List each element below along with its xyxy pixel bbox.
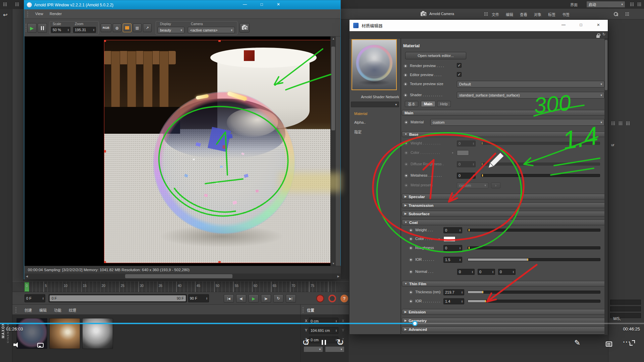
- keyframe-dot[interactable]: [404, 82, 407, 86]
- spinner-icon[interactable]: [472, 270, 473, 273]
- grip-handle[interactable]: [15, 307, 17, 313]
- section-coat[interactable]: Coat: [402, 220, 606, 225]
- base-color-swatch[interactable]: [457, 150, 469, 156]
- window-grid2-icon[interactable]: [637, 2, 641, 6]
- render-preview-checkbox[interactable]: ✓: [457, 63, 462, 68]
- region-handle[interactable]: [104, 40, 106, 42]
- shader-network-dropdown[interactable]: [351, 102, 399, 107]
- spinner-icon[interactable]: [93, 28, 94, 31]
- section-transmission[interactable]: Transmission: [402, 202, 606, 208]
- spinner-icon[interactable]: [460, 258, 461, 261]
- coat-weight-slider[interactable]: [468, 228, 600, 232]
- ipr-hscrollbar[interactable]: ◀ ▶: [24, 274, 341, 279]
- grip-handle[interactable]: [27, 11, 29, 17]
- object-name[interactable]: Arnold Camera: [429, 12, 454, 16]
- spinner-icon[interactable]: [336, 320, 337, 322]
- base-weight-slider[interactable]: [481, 141, 600, 145]
- right-icons-a[interactable]: [611, 121, 615, 125]
- expand-icon[interactable]: ▸: [439, 237, 440, 240]
- region-center-handle[interactable]: [223, 145, 226, 148]
- me-close-button[interactable]: ×: [591, 22, 606, 27]
- timeline-ruler[interactable]: 0 5 10 15 20 25 30 35 40 45 50 55 60 65 …: [12, 281, 349, 292]
- ipr-menu-view[interactable]: View: [35, 12, 43, 16]
- section-emission[interactable]: Emission: [402, 309, 606, 315]
- layout-icon[interactable]: [15, 2, 19, 6]
- section-main[interactable]: Main: [402, 110, 606, 116]
- spinner-icon[interactable]: [473, 163, 474, 166]
- tab-edit[interactable]: 编辑: [39, 307, 47, 313]
- vscroll-thumb[interactable]: [331, 47, 335, 130]
- region-handle[interactable]: [218, 261, 221, 263]
- keyframe-dot[interactable]: [404, 94, 407, 97]
- channel-alpha[interactable]: Alpha..: [354, 120, 366, 124]
- keyframe-dot[interactable]: [405, 163, 408, 166]
- spinner-icon[interactable]: [473, 174, 474, 177]
- metal-presets-dropdown[interactable]: custom: [457, 182, 488, 188]
- me-vertical-divider[interactable]: [400, 39, 401, 335]
- scroll-down-icon[interactable]: ▼: [332, 262, 335, 265]
- me-minimize-button[interactable]: —: [556, 22, 571, 27]
- prev-frame-button[interactable]: ◀|: [236, 294, 246, 303]
- keyframe-dot[interactable]: [409, 300, 413, 303]
- ipr-menu-render[interactable]: Render: [50, 12, 62, 16]
- right-icons-c[interactable]: [626, 121, 630, 125]
- ipr-viewport[interactable]: ▲ ▼: [24, 37, 336, 266]
- coat-ior-field[interactable]: 1.5: [443, 257, 462, 263]
- scale-field[interactable]: 50 %: [51, 27, 70, 33]
- region-handle[interactable]: [104, 261, 106, 263]
- section-specular[interactable]: Specular: [402, 194, 606, 199]
- section-advanced[interactable]: Advanced: [402, 326, 606, 332]
- editor-preview-checkbox[interactable]: ✓: [457, 72, 462, 77]
- spinner-icon[interactable]: [492, 270, 493, 273]
- play-button[interactable]: ▶: [249, 294, 259, 303]
- minimize-button[interactable]: —: [238, 2, 252, 7]
- spinner-icon[interactable]: [462, 291, 463, 294]
- keyframe-dot[interactable]: [409, 237, 413, 241]
- menu-grid-icon[interactable]: [484, 12, 488, 16]
- thin-film-ior-field[interactable]: 1.4: [443, 298, 464, 304]
- spinner-icon[interactable]: [473, 142, 474, 145]
- help-record-button[interactable]: ?: [340, 295, 348, 302]
- keyframe-dot[interactable]: [405, 184, 408, 187]
- keyframe-dot[interactable]: [405, 142, 408, 145]
- section-base[interactable]: Base: [402, 131, 606, 137]
- shader-dropdown[interactable]: standard_surface (standard_surface): [457, 92, 604, 99]
- clipped-button-text[interactable]: ur: [611, 143, 614, 147]
- camera-dropdown[interactable]: <active camera>: [188, 27, 235, 33]
- app-menu-icon[interactable]: [3, 2, 7, 6]
- spinner-icon[interactable]: [513, 270, 514, 273]
- panel-grid-icon[interactable]: [625, 12, 629, 16]
- channel-material[interactable]: Material: [354, 112, 367, 116]
- channel-assign[interactable]: 指定: [354, 129, 362, 134]
- maximize-button[interactable]: □: [255, 2, 268, 7]
- thickness-slider[interactable]: [468, 290, 600, 294]
- material-preset-dropdown[interactable]: custom: [430, 119, 604, 126]
- coat-color-swatch[interactable]: [443, 236, 455, 242]
- keyframe-dot[interactable]: [404, 73, 407, 77]
- coat-normal-z-field[interactable]: 0: [498, 269, 516, 275]
- scroll-left-icon[interactable]: ◀: [26, 275, 28, 278]
- coat-roughness-field[interactable]: 0: [443, 245, 462, 251]
- spinner-icon[interactable]: [460, 229, 461, 232]
- menu-bookmarks[interactable]: 书签: [562, 12, 570, 17]
- me-vscrollbar[interactable]: [604, 39, 608, 335]
- tab-texture[interactable]: 纹理: [69, 307, 76, 313]
- frame-range-slider[interactable]: 0 F 90 F: [49, 294, 187, 302]
- region-handle[interactable]: [104, 150, 106, 153]
- tab-help[interactable]: Help: [437, 101, 451, 107]
- metalness-slider[interactable]: [481, 173, 600, 178]
- tab-basic[interactable]: 基本: [405, 101, 418, 107]
- thickness-field[interactable]: 219.7: [443, 289, 464, 295]
- metal-presets-more-button[interactable]: ›: [491, 182, 500, 188]
- section-thin-film[interactable]: Thin Film: [402, 281, 606, 287]
- spinner-icon[interactable]: [68, 28, 69, 31]
- keyframe-dot[interactable]: [409, 246, 413, 250]
- right-field-3[interactable]: [610, 313, 641, 318]
- display-dropdown[interactable]: beauty: [158, 27, 184, 33]
- ipr-play-button[interactable]: ▶: [27, 23, 37, 33]
- me-titlebar[interactable]: 材质编辑器 — □ ×: [350, 20, 608, 31]
- region-handle[interactable]: [218, 40, 221, 42]
- me-preview[interactable]: [352, 39, 397, 90]
- open-network-editor-button[interactable]: Open network editor...: [405, 52, 466, 59]
- note-panel-icon[interactable]: [606, 342, 612, 347]
